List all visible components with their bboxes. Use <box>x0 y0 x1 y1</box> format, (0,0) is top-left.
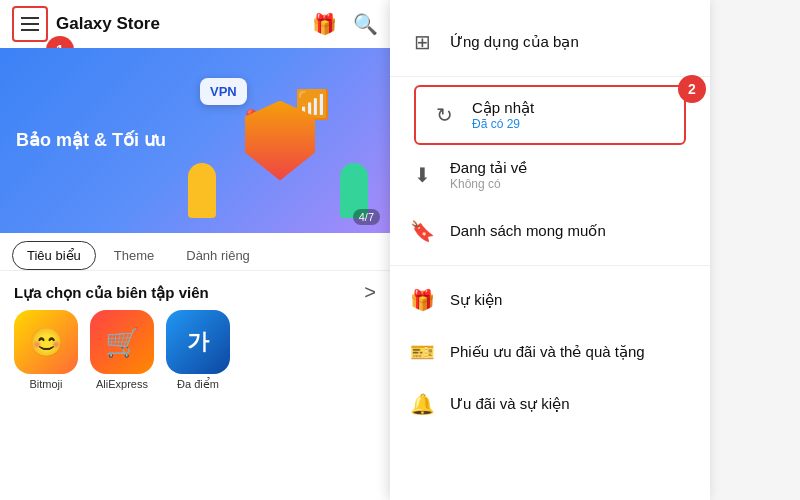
banner-page-indicator: 4/7 <box>353 209 380 225</box>
menu-item-vouchers[interactable]: 🎫 Phiếu ưu đãi và thẻ quà tặng <box>390 326 710 378</box>
vpn-box: VPN <box>200 78 247 105</box>
menu-label-offers: Ưu đãi và sự kiện <box>450 395 570 413</box>
list-item: 🛒 AliExpress <box>90 310 154 391</box>
apps-row: 😊 Bitmoji 🛒 AliExpress 가 Đa điểm <box>0 310 390 391</box>
top-bar: 1 Galaxy Store 🎁 🔍 <box>0 0 390 48</box>
divider-2 <box>390 265 710 266</box>
menu-item-offers[interactable]: 🔔 Ưu đãi và sự kiện <box>390 378 710 430</box>
menu-label-update: Cập nhật <box>472 99 534 117</box>
menu-label-downloading: Đang tải về <box>450 159 527 177</box>
vpn-illustration: VPN 📶 📍 <box>180 48 380 233</box>
menu-overlay: ⊞ Ứng dụng của bạn ↻ Cập nhật Đã có 29 2… <box>390 0 710 500</box>
tabs-row: Tiêu biểu Theme Dành riêng <box>0 233 390 271</box>
banner-text: Bảo mật & Tối ưu <box>16 129 166 152</box>
menu-item-wishlist[interactable]: 🔖 Danh sách mong muốn <box>390 205 710 257</box>
menu-label-group-events: Sự kiện <box>450 291 502 309</box>
menu-sublabel-update: Đã có 29 <box>472 117 534 131</box>
menu-label-vouchers: Phiếu ưu đãi và thẻ quà tặng <box>450 343 645 361</box>
menu-label-my-apps: Ứng dụng của bạn <box>450 33 579 51</box>
menu-label-group-wishlist: Danh sách mong muốn <box>450 222 606 240</box>
app-name-bitmoji: Bitmoji <box>29 378 62 390</box>
download-icon: ⬇ <box>410 163 434 187</box>
step-badge-2: 2 <box>678 75 706 103</box>
divider-1 <box>390 76 710 77</box>
menu-button[interactable] <box>12 6 48 42</box>
top-icons: 🎁 🔍 <box>312 12 378 36</box>
menu-label-group-vouchers: Phiếu ưu đãi và thẻ quà tặng <box>450 343 645 361</box>
menu-label-events: Sự kiện <box>450 291 502 309</box>
gift-icon[interactable]: 🎁 <box>312 12 337 36</box>
bookmark-icon: 🔖 <box>410 219 434 243</box>
menu-label-group-offers: Ưu đãi và sự kiện <box>450 395 570 413</box>
tab-exclusive[interactable]: Dành riêng <box>172 241 264 270</box>
menu-label-group: Ứng dụng của bạn <box>450 33 579 51</box>
app-name-aliexpress: AliExpress <box>96 378 148 390</box>
left-panel: 1 Galaxy Store 🎁 🔍 VPN 📶 📍 Bảo mật & Tối… <box>0 0 390 500</box>
list-item: 가 Đa điểm <box>166 310 230 391</box>
menu-item-downloading[interactable]: ⬇ Đang tải về Không có <box>390 145 710 205</box>
menu-item-update[interactable]: ↻ Cập nhật Đã có 29 <box>414 85 686 145</box>
app-icon-aliexpress[interactable]: 🛒 <box>90 310 154 374</box>
app-icon-translate[interactable]: 가 <box>166 310 230 374</box>
menu-sublabel-downloading: Không có <box>450 177 527 191</box>
app-icon-bitmoji[interactable]: 😊 <box>14 310 78 374</box>
app-name-translate: Đa điểm <box>177 378 219 391</box>
bell-icon: 🔔 <box>410 392 434 416</box>
tab-featured[interactable]: Tiêu biểu <box>12 241 96 270</box>
menu-label-wishlist: Danh sách mong muốn <box>450 222 606 240</box>
apps-grid-icon: ⊞ <box>410 30 434 54</box>
events-icon: 🎁 <box>410 288 434 312</box>
menu-item-events[interactable]: 🎁 Sự kiện <box>390 274 710 326</box>
tab-theme[interactable]: Theme <box>100 241 168 270</box>
update-icon: ↻ <box>432 103 456 127</box>
menu-label-group-update: Cập nhật Đã có 29 <box>472 99 534 131</box>
voucher-icon: 🎫 <box>410 340 434 364</box>
person1 <box>188 163 216 218</box>
section-header: Lựa chọn của biên tập viên > <box>0 271 390 310</box>
search-icon[interactable]: 🔍 <box>353 12 378 36</box>
menu-item-my-apps[interactable]: ⊞ Ứng dụng của bạn <box>390 16 710 68</box>
section-title: Lựa chọn của biên tập viên <box>14 284 209 302</box>
store-title: Galaxy Store <box>56 14 312 34</box>
banner: VPN 📶 📍 Bảo mật & Tối ưu 4/7 <box>0 48 390 233</box>
menu-label-group-download: Đang tải về Không có <box>450 159 527 191</box>
section-more-button[interactable]: > <box>364 281 376 304</box>
vpn-shield <box>245 101 315 181</box>
list-item: 😊 Bitmoji <box>14 310 78 391</box>
